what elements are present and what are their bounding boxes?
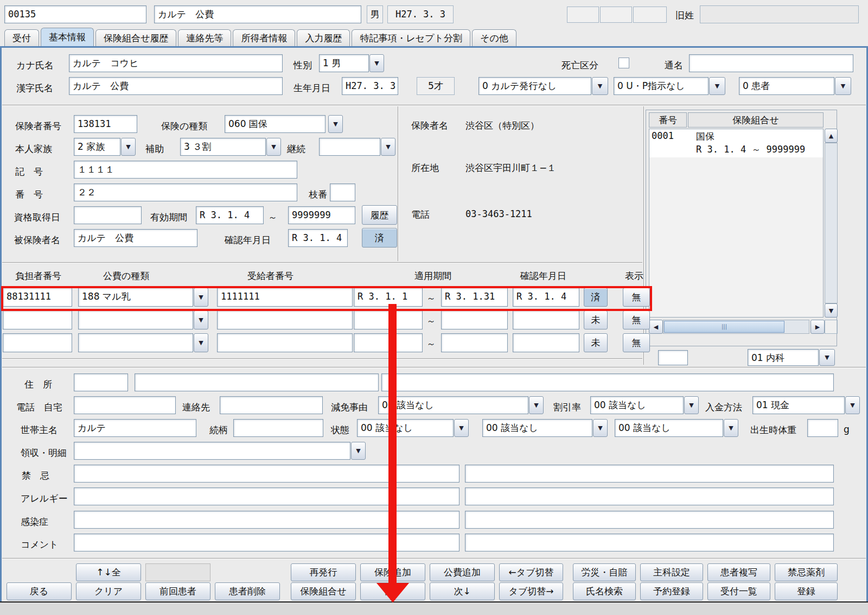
next-row-button[interactable]: 次↓	[430, 582, 495, 600]
tab-income-info[interactable]: 所得者情報	[233, 29, 295, 46]
acquisition-date-field[interactable]	[74, 206, 142, 224]
state2-dropdown-button[interactable]: ▼	[593, 419, 608, 437]
continue-dropdown-button[interactable]: ▼	[381, 138, 395, 156]
patient-name-field[interactable]: カルテ 公費	[154, 5, 361, 23]
combo-list-item[interactable]: 0001 国保 R 3. 1. 4 ～ 9999999	[649, 129, 823, 157]
up-instruction-dropdown-button[interactable]: ▼	[709, 77, 725, 95]
discount-select[interactable]: 00 該当なし	[590, 396, 684, 414]
karte-issue-dropdown-button[interactable]: ▼	[592, 77, 608, 95]
kanji-name-field[interactable]: カルテ 公費	[69, 77, 283, 95]
postal-code-field[interactable]	[74, 373, 128, 391]
infection-field-2[interactable]	[465, 511, 834, 529]
register-button[interactable]: 登録	[775, 582, 838, 600]
patient-type-dropdown-button[interactable]: ▼	[835, 77, 851, 95]
patient-id-field[interactable]: 00135	[4, 5, 146, 23]
branch-field[interactable]	[330, 183, 355, 201]
history-button[interactable]: 履歴	[362, 205, 397, 225]
valid-from-field[interactable]: R 3. 1. 4	[196, 206, 264, 224]
allergy-field-2[interactable]	[465, 487, 834, 505]
kohi-period-from-field[interactable]	[354, 333, 423, 352]
tab-insurance-combo-history[interactable]: 保険組合せ履歴	[95, 29, 176, 46]
insurance-type-select[interactable]: 060 国保	[225, 115, 326, 133]
patient-delete-button[interactable]: 患者削除	[215, 582, 280, 600]
kohi-recipient-field[interactable]	[217, 310, 353, 329]
kohi-type-select[interactable]	[78, 310, 193, 329]
contraindication-field-2[interactable]	[465, 465, 834, 483]
kohi-confirm-field[interactable]	[513, 310, 579, 329]
payment-method-select[interactable]: 01 現金	[752, 396, 845, 414]
insurance-type-dropdown-button[interactable]: ▼	[328, 115, 343, 133]
alias-field[interactable]	[689, 54, 853, 72]
address2-field[interactable]	[381, 373, 834, 391]
back-button[interactable]: 戻る	[7, 582, 72, 600]
death-flag-checkbox[interactable]	[618, 58, 629, 68]
kohi-period-to-field[interactable]	[441, 310, 508, 329]
combo-scroll-down-button[interactable]: ▼	[825, 303, 838, 318]
receipt-detail-select[interactable]	[74, 442, 350, 460]
prev-row-button[interactable]: 前↑	[360, 582, 425, 600]
reservation-button[interactable]: 予約登録	[640, 582, 703, 600]
kohi-unconfirmed-button[interactable]: 未	[584, 333, 608, 352]
receipt-detail-dropdown-button[interactable]: ▼	[351, 442, 366, 460]
relationship-field[interactable]	[233, 419, 323, 437]
patient-copy-button[interactable]: 患者複写	[707, 563, 770, 581]
tab-next-button[interactable]: タブ切替→	[499, 582, 563, 600]
reception-list-button[interactable]: 受付一覧	[707, 582, 770, 600]
sex-dropdown-button[interactable]: ▼	[369, 54, 384, 72]
insurer-number-field[interactable]: 138131	[74, 115, 137, 133]
kohi-confirm-field[interactable]: R 3. 1. 4	[513, 288, 579, 307]
comment-field-1[interactable]	[74, 534, 459, 551]
reduction-select[interactable]: 00 該当なし	[378, 396, 528, 414]
birth-weight-field[interactable]	[807, 419, 838, 437]
valid-to-field[interactable]: 9999999	[288, 206, 355, 224]
toggle-all-button[interactable]: ↑↓全	[76, 563, 141, 581]
kohi-period-from-field[interactable]: R 3. 1. 1	[354, 288, 423, 307]
confirm-date-field[interactable]: R 3. 1. 4	[288, 229, 348, 247]
kohi-add-button[interactable]: 公費追加	[430, 563, 495, 581]
kohi-type-dropdown-button[interactable]: ▼	[194, 288, 208, 307]
kohi-recipient-field[interactable]	[217, 333, 353, 352]
state1-select[interactable]: 00 該当なし	[357, 419, 454, 437]
karte-issue-select[interactable]: 0 カルテ発行なし	[478, 77, 591, 95]
tab-input-history[interactable]: 入力履歴	[297, 29, 350, 46]
scrollbar-thumb[interactable]: |||	[664, 321, 784, 333]
continue-select[interactable]	[319, 138, 380, 156]
kohi-period-from-field[interactable]	[354, 310, 423, 329]
sex-field[interactable]: 1 男	[319, 54, 369, 72]
previous-patient-button[interactable]: 前回患者	[145, 582, 210, 600]
combo-vertical-scrollbar-track[interactable]	[825, 143, 838, 303]
kohi-display-button[interactable]: 無	[623, 288, 650, 307]
kana-name-field[interactable]: カルテ コウヒ	[69, 54, 283, 72]
old-name-field[interactable]	[700, 5, 859, 23]
main-department-button[interactable]: 主科設定	[640, 563, 703, 581]
payment-method-dropdown-button[interactable]: ▼	[845, 396, 860, 414]
subsidy-select[interactable]: 3 ３割	[180, 138, 266, 156]
kohi-type-dropdown-button[interactable]: ▼	[194, 310, 208, 329]
up-instruction-select[interactable]: 0 U・P指示なし	[614, 77, 709, 95]
number-field[interactable]: ２２	[74, 183, 297, 201]
address1-field[interactable]	[135, 373, 379, 391]
state2-select[interactable]: 00 該当なし	[482, 419, 592, 437]
home-phone-field[interactable]	[74, 396, 176, 414]
reduction-dropdown-button[interactable]: ▼	[529, 396, 544, 414]
kohi-confirmed-button[interactable]: 済	[584, 288, 608, 307]
insurance-confirmed-button[interactable]: 済	[362, 228, 397, 248]
birth-field[interactable]: H27. 3. 3	[342, 77, 398, 95]
discount-dropdown-button[interactable]: ▼	[684, 396, 699, 414]
kohi-type-select[interactable]: 188 マル乳	[78, 288, 193, 307]
combo-scroll-up-button[interactable]: ▲	[825, 129, 838, 143]
insured-name-field[interactable]: カルテ 公費	[74, 229, 197, 247]
combo-scroll-right-button[interactable]: ▶	[810, 320, 825, 334]
infection-field-1[interactable]	[74, 511, 459, 529]
kohi-recipient-field[interactable]: 1111111	[217, 288, 353, 307]
contact-field[interactable]	[220, 396, 323, 414]
combo-scroll-left-button[interactable]: ◀	[649, 320, 663, 334]
tab-reception[interactable]: 受付	[4, 29, 39, 46]
patient-type-select[interactable]: 0 患者	[739, 77, 834, 95]
insurance-combo-button[interactable]: 保険組合せ	[291, 582, 356, 600]
tab-notes-receipt-split[interactable]: 特記事項・レセプト分割	[352, 29, 470, 46]
tab-basic-info[interactable]: 基本情報	[41, 28, 94, 46]
combo-horizontal-scrollbar-track[interactable]: |||	[663, 320, 809, 334]
kohi-display-button[interactable]: 無	[623, 310, 650, 329]
rosai-jibai-button[interactable]: 労災・自賠	[573, 563, 636, 581]
